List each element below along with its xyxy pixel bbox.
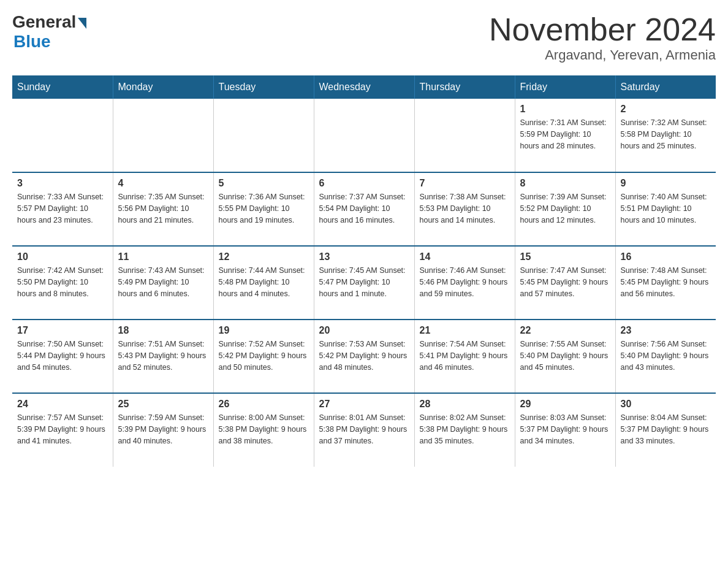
day-number: 17 bbox=[17, 325, 108, 336]
day-number: 23 bbox=[621, 325, 711, 336]
calendar-cell: 19Sunrise: 7:52 AM Sunset: 5:42 PM Dayli… bbox=[213, 320, 314, 393]
logo-blue-text: Blue bbox=[13, 32, 86, 52]
day-info: Sunrise: 7:43 AM Sunset: 5:49 PM Dayligh… bbox=[118, 265, 208, 299]
calendar-cell: 28Sunrise: 8:02 AM Sunset: 5:38 PM Dayli… bbox=[414, 393, 515, 467]
day-info: Sunrise: 8:01 AM Sunset: 5:38 PM Dayligh… bbox=[319, 412, 409, 446]
day-info: Sunrise: 7:46 AM Sunset: 5:46 PM Dayligh… bbox=[420, 265, 510, 299]
page-header: General Blue November 2024 Argavand, Yer… bbox=[12, 12, 716, 63]
day-number: 11 bbox=[118, 251, 208, 262]
logo-arrow-icon bbox=[78, 18, 86, 29]
logo-general-text: General bbox=[12, 12, 76, 32]
calendar-cell: 26Sunrise: 8:00 AM Sunset: 5:38 PM Dayli… bbox=[213, 393, 314, 467]
calendar-cell: 17Sunrise: 7:50 AM Sunset: 5:44 PM Dayli… bbox=[12, 320, 113, 393]
weekday-header-friday: Friday bbox=[515, 75, 615, 99]
day-info: Sunrise: 7:33 AM Sunset: 5:57 PM Dayligh… bbox=[17, 191, 108, 226]
calendar-cell bbox=[213, 99, 314, 172]
day-info: Sunrise: 7:40 AM Sunset: 5:51 PM Dayligh… bbox=[621, 191, 711, 226]
day-info: Sunrise: 8:04 AM Sunset: 5:37 PM Dayligh… bbox=[621, 412, 711, 446]
day-info: Sunrise: 7:55 AM Sunset: 5:40 PM Dayligh… bbox=[520, 339, 610, 373]
day-number: 10 bbox=[17, 251, 108, 262]
day-number: 25 bbox=[118, 399, 208, 410]
weekday-header-thursday: Thursday bbox=[414, 75, 515, 99]
day-info: Sunrise: 7:37 AM Sunset: 5:54 PM Dayligh… bbox=[319, 191, 409, 226]
day-number: 28 bbox=[420, 399, 510, 410]
day-info: Sunrise: 7:47 AM Sunset: 5:45 PM Dayligh… bbox=[520, 265, 610, 299]
day-info: Sunrise: 7:36 AM Sunset: 5:55 PM Dayligh… bbox=[219, 191, 309, 226]
calendar-cell: 6Sunrise: 7:37 AM Sunset: 5:54 PM Daylig… bbox=[314, 172, 414, 246]
calendar-cell bbox=[113, 99, 213, 172]
day-number: 22 bbox=[520, 325, 610, 336]
day-info: Sunrise: 7:45 AM Sunset: 5:47 PM Dayligh… bbox=[319, 265, 409, 299]
day-info: Sunrise: 8:03 AM Sunset: 5:37 PM Dayligh… bbox=[520, 412, 610, 446]
day-info: Sunrise: 7:52 AM Sunset: 5:42 PM Dayligh… bbox=[219, 339, 309, 373]
day-number: 29 bbox=[520, 399, 610, 410]
calendar-title: November 2024 bbox=[489, 12, 716, 47]
day-number: 24 bbox=[17, 399, 108, 410]
day-number: 27 bbox=[319, 399, 409, 410]
day-info: Sunrise: 7:38 AM Sunset: 5:53 PM Dayligh… bbox=[420, 191, 510, 226]
calendar-cell: 1Sunrise: 7:31 AM Sunset: 5:59 PM Daylig… bbox=[515, 99, 615, 172]
day-number: 13 bbox=[319, 251, 409, 262]
calendar-cell: 27Sunrise: 8:01 AM Sunset: 5:38 PM Dayli… bbox=[314, 393, 414, 467]
week-row-2: 3Sunrise: 7:33 AM Sunset: 5:57 PM Daylig… bbox=[12, 172, 716, 246]
day-number: 12 bbox=[219, 251, 309, 262]
week-row-1: 1Sunrise: 7:31 AM Sunset: 5:59 PM Daylig… bbox=[12, 99, 716, 172]
day-number: 6 bbox=[319, 178, 409, 189]
day-number: 5 bbox=[219, 178, 309, 189]
day-number: 19 bbox=[219, 325, 309, 336]
day-info: Sunrise: 7:50 AM Sunset: 5:44 PM Dayligh… bbox=[17, 339, 108, 373]
week-row-4: 17Sunrise: 7:50 AM Sunset: 5:44 PM Dayli… bbox=[12, 320, 716, 393]
calendar-cell: 3Sunrise: 7:33 AM Sunset: 5:57 PM Daylig… bbox=[12, 172, 113, 246]
day-number: 4 bbox=[118, 178, 208, 189]
day-info: Sunrise: 7:54 AM Sunset: 5:41 PM Dayligh… bbox=[420, 339, 510, 373]
day-info: Sunrise: 7:51 AM Sunset: 5:43 PM Dayligh… bbox=[118, 339, 208, 373]
day-number: 21 bbox=[420, 325, 510, 336]
day-info: Sunrise: 7:32 AM Sunset: 5:58 PM Dayligh… bbox=[621, 117, 711, 151]
day-number: 8 bbox=[520, 178, 610, 189]
calendar-cell: 30Sunrise: 8:04 AM Sunset: 5:37 PM Dayli… bbox=[615, 393, 716, 467]
calendar-cell: 2Sunrise: 7:32 AM Sunset: 5:58 PM Daylig… bbox=[615, 99, 716, 172]
calendar-cell: 13Sunrise: 7:45 AM Sunset: 5:47 PM Dayli… bbox=[314, 246, 414, 320]
calendar-cell bbox=[314, 99, 414, 172]
weekday-header-monday: Monday bbox=[113, 75, 213, 99]
calendar-cell: 4Sunrise: 7:35 AM Sunset: 5:56 PM Daylig… bbox=[113, 172, 213, 246]
day-number: 16 bbox=[621, 251, 711, 262]
title-section: November 2024 Argavand, Yerevan, Armenia bbox=[489, 12, 716, 63]
day-info: Sunrise: 7:31 AM Sunset: 5:59 PM Dayligh… bbox=[520, 117, 610, 151]
weekday-header-wednesday: Wednesday bbox=[314, 75, 414, 99]
calendar-cell: 20Sunrise: 7:53 AM Sunset: 5:42 PM Dayli… bbox=[314, 320, 414, 393]
day-number: 15 bbox=[520, 251, 610, 262]
day-info: Sunrise: 7:48 AM Sunset: 5:45 PM Dayligh… bbox=[621, 265, 711, 299]
day-number: 20 bbox=[319, 325, 409, 336]
weekday-header-sunday: Sunday bbox=[12, 75, 113, 99]
day-info: Sunrise: 7:56 AM Sunset: 5:40 PM Dayligh… bbox=[621, 339, 711, 373]
day-number: 30 bbox=[621, 399, 711, 410]
calendar-cell: 25Sunrise: 7:59 AM Sunset: 5:39 PM Dayli… bbox=[113, 393, 213, 467]
day-number: 14 bbox=[420, 251, 510, 262]
calendar-cell: 22Sunrise: 7:55 AM Sunset: 5:40 PM Dayli… bbox=[515, 320, 615, 393]
calendar-cell: 15Sunrise: 7:47 AM Sunset: 5:45 PM Dayli… bbox=[515, 246, 615, 320]
calendar-cell: 11Sunrise: 7:43 AM Sunset: 5:49 PM Dayli… bbox=[113, 246, 213, 320]
day-info: Sunrise: 8:00 AM Sunset: 5:38 PM Dayligh… bbox=[219, 412, 309, 446]
day-info: Sunrise: 7:53 AM Sunset: 5:42 PM Dayligh… bbox=[319, 339, 409, 373]
calendar-subtitle: Argavand, Yerevan, Armenia bbox=[489, 47, 716, 63]
day-info: Sunrise: 7:35 AM Sunset: 5:56 PM Dayligh… bbox=[118, 191, 208, 226]
day-number: 7 bbox=[420, 178, 510, 189]
day-number: 3 bbox=[17, 178, 108, 189]
day-info: Sunrise: 7:44 AM Sunset: 5:48 PM Dayligh… bbox=[219, 265, 309, 299]
calendar-cell: 16Sunrise: 7:48 AM Sunset: 5:45 PM Dayli… bbox=[615, 246, 716, 320]
day-info: Sunrise: 7:57 AM Sunset: 5:39 PM Dayligh… bbox=[17, 412, 108, 446]
logo: General Blue bbox=[12, 12, 86, 52]
calendar-cell bbox=[12, 99, 113, 172]
calendar-cell: 10Sunrise: 7:42 AM Sunset: 5:50 PM Dayli… bbox=[12, 246, 113, 320]
day-info: Sunrise: 7:59 AM Sunset: 5:39 PM Dayligh… bbox=[118, 412, 208, 446]
calendar-cell: 14Sunrise: 7:46 AM Sunset: 5:46 PM Dayli… bbox=[414, 246, 515, 320]
calendar-cell: 21Sunrise: 7:54 AM Sunset: 5:41 PM Dayli… bbox=[414, 320, 515, 393]
day-number: 9 bbox=[621, 178, 711, 189]
weekday-header-row: SundayMondayTuesdayWednesdayThursdayFrid… bbox=[12, 75, 716, 99]
calendar-cell: 9Sunrise: 7:40 AM Sunset: 5:51 PM Daylig… bbox=[615, 172, 716, 246]
weekday-header-tuesday: Tuesday bbox=[213, 75, 314, 99]
calendar-cell: 29Sunrise: 8:03 AM Sunset: 5:37 PM Dayli… bbox=[515, 393, 615, 467]
calendar-cell: 24Sunrise: 7:57 AM Sunset: 5:39 PM Dayli… bbox=[12, 393, 113, 467]
calendar-cell: 12Sunrise: 7:44 AM Sunset: 5:48 PM Dayli… bbox=[213, 246, 314, 320]
